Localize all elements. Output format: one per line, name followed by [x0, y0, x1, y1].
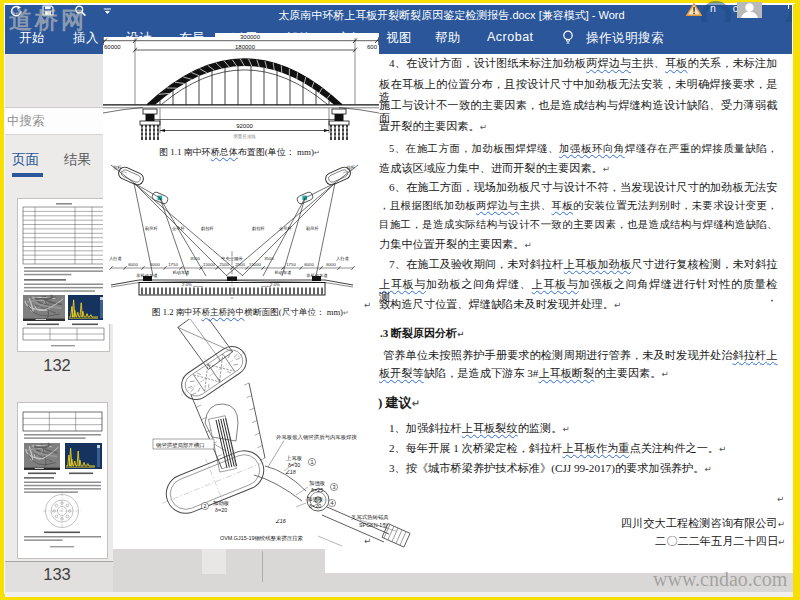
figure-label: 3500: [264, 256, 274, 261]
navigation-search-box[interactable]: 中搜索: [5, 108, 113, 135]
search-placeholder: 中搜索: [7, 113, 45, 130]
window-corner-glyph: [788, 3, 795, 9]
figure-label: 180000: [235, 44, 256, 50]
tell-me-lightbulb-icon: [561, 30, 575, 45]
figure-label: 机动车道: [172, 270, 189, 275]
figure-label: 6000: [304, 262, 314, 267]
title-bar: 太原南中环桥上耳板开裂断裂原因鉴定检测报告.docx [兼容模式] - Word: [5, 5, 792, 22]
figure-label: 6000: [128, 262, 138, 267]
figure-label: 300000: [240, 34, 261, 40]
figure-1-2-container: 拉杆拉杆副吊杆全吊杆斜拉杆斜拉杆全吊杆副吊杆人行道人行道中央分隔带6000600…: [103, 163, 379, 324]
account-label: n c: [710, 2, 745, 14]
figure-label: δ=25: [311, 487, 323, 493]
figure-label: 加强板: [307, 496, 324, 502]
ribbon-tab-8[interactable]: 视图: [386, 30, 412, 47]
navigation-pane: 中搜索页面结果132133: [5, 54, 113, 593]
figure-label: 2500: [219, 262, 229, 267]
pasteboard-grey-2: [262, 551, 263, 582]
figure-label: δ=20: [215, 507, 227, 513]
warning-triangle-icon[interactable]: [686, 3, 702, 16]
figure-label: 4: [331, 500, 334, 506]
figure-label: 人行道: [109, 256, 122, 262]
pasteboard-grey-4: [5, 592, 793, 597]
page-thumbnail-133[interactable]: [17, 402, 108, 559]
figure-label: 2: [204, 503, 207, 509]
figure-label: 3500: [190, 256, 200, 261]
figure-1-1-container: 3000001800006000060092000测量基准线: [103, 31, 379, 163]
figure-bridge-cross-section: 拉杆拉杆副吊杆全吊杆斜拉杆斜拉杆全吊杆副吊杆人行道人行道中央分隔带6000600…: [103, 163, 379, 324]
active-tab-underline: [12, 173, 43, 177]
figure-label: 全吊杆: [172, 226, 186, 231]
figure-label: 外耳板嵌入钢管拱后与内耳板焊接: [276, 434, 357, 441]
figure-label: 2500: [235, 262, 245, 267]
figure-label: δ=20: [309, 503, 321, 509]
page-number-132: 132: [5, 356, 109, 375]
figure-label: 加强板: [309, 480, 326, 486]
figure-label: 机动车道: [274, 270, 291, 275]
figure-label: 92000: [236, 123, 253, 129]
figure-label: 15000: [249, 262, 262, 267]
thumbnail-page-133: [18, 403, 107, 558]
navpane-tab-1[interactable]: 页面: [12, 151, 39, 169]
ribbon-tab-9[interactable]: 帮助: [435, 30, 461, 47]
figure-bridge-elevation: 3000001800006000060092000测量基准线: [103, 31, 379, 163]
screenshot-canvas: 太原南中环桥上耳板开裂断裂原因鉴定检测报告.docx [兼容模式] - Word…: [0, 0, 800, 600]
qat-dropdown-caret-icon[interactable]: [103, 8, 112, 14]
navpane-tab-2[interactable]: 结果: [64, 151, 91, 169]
figure-3-container: 钢管拱壁局部开槽口外耳板嵌入钢管拱后与内耳板焊接上耳板δ=301加强板δ=253…: [146, 319, 461, 548]
figure-label: 斜拉杆: [201, 226, 215, 232]
figure-label: 2.0%: [182, 282, 192, 287]
figure-label: 2.0%: [270, 282, 280, 287]
figure-label: 15000: [203, 262, 216, 267]
figure-label: 600: [367, 44, 378, 50]
figure-label: 人行道: [336, 256, 349, 262]
figure-label: 加劲板: [213, 500, 230, 506]
figure-label: 60000: [104, 44, 121, 50]
figure-label: ∠16: [275, 518, 286, 524]
figure-label: 1: [311, 459, 314, 465]
figure-label: 上耳板: [286, 455, 303, 461]
figure-label: 3: [333, 484, 336, 490]
figure-label: 6000: [150, 262, 160, 267]
figure-label: 1750: [168, 262, 178, 267]
figure-label: 钢管拱壁局部开槽口: [155, 442, 205, 449]
watermark-bottom-right: www.cndao.com: [653, 568, 787, 591]
figure-label: 测量基准线: [233, 133, 256, 139]
watermark-top-left: 道桥网: [9, 5, 87, 36]
figure-label: 副吊杆: [306, 226, 320, 231]
figure-label: SPCKN-1型: [359, 522, 388, 528]
collapsed-ribbon-area: [5, 54, 113, 108]
figure-label: 1750: [286, 262, 296, 267]
ribbon-tab-10[interactable]: Acrobat: [487, 30, 534, 44]
figure-label: 叉耳式热铸锚具: [351, 514, 389, 520]
tell-me-search[interactable]: 操作说明搜索: [586, 30, 664, 47]
pasteboard-grey-1: [202, 549, 226, 574]
page-number-133: 133: [5, 565, 109, 584]
figure-label: δ=30: [288, 462, 300, 468]
figure-label: OVM.GJ15-19钢绞线整束挤压拉索: [220, 535, 303, 542]
figure-label: 6000: [326, 262, 336, 267]
page-thumbnail-132[interactable]: [17, 198, 110, 352]
figure-earplate-detail: 钢管拱壁局部开槽口外耳板嵌入钢管拱后与内耳板焊接上耳板δ=301加强板δ=253…: [146, 319, 461, 548]
figure-label: 全吊杆: [279, 226, 293, 231]
figure-label: ∠18: [285, 469, 296, 475]
thumbnail-page-132: [18, 199, 109, 351]
figure-label: 副吊杆: [145, 226, 159, 231]
figure-label: 斜拉杆: [252, 226, 266, 232]
